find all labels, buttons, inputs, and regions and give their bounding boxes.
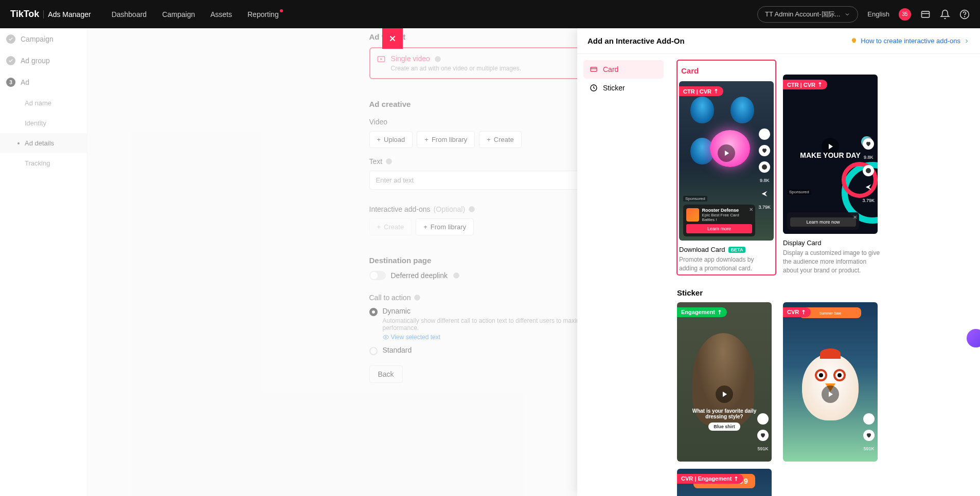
svg-point-17 [762, 164, 767, 170]
svg-marker-20 [723, 392, 727, 397]
svg-marker-16 [725, 150, 729, 156]
chevron-down-icon [844, 11, 850, 17]
play-icon [822, 385, 839, 403]
like-count: 591K [757, 446, 768, 451]
popup-subtitle: Epic Best Free Card Battles ! [702, 213, 752, 222]
heart-icon [863, 138, 874, 150]
popup-cta: Learn more [686, 224, 752, 233]
card-name: Display Card [783, 239, 882, 247]
share-icon [863, 181, 874, 193]
preview-sticker2: Summer Sale CVR↗ 591K [783, 302, 878, 462]
svg-point-2 [965, 16, 965, 16]
card-name: Download Card BETA [679, 246, 774, 253]
heart-icon [759, 145, 770, 156]
svg-marker-21 [829, 392, 833, 397]
lightbulb-icon [850, 38, 858, 45]
nav-links: Dashboard Campaign Assets Reporting [112, 10, 279, 19]
addon-download-card[interactable]: Card CTR | CVR↗ 9.8K [677, 60, 776, 275]
app-thumbnail [686, 208, 699, 222]
addon-sticker-cvr[interactable]: Summer Sale CVR↗ 591K [783, 302, 882, 462]
play-icon [716, 385, 733, 403]
popup-cta: Learn more now [790, 217, 856, 227]
avatar[interactable]: 35 [899, 8, 911, 21]
account-name: TT Admin Account-国际... [765, 10, 840, 19]
metric-badge: CTR | CVR↗ [783, 80, 827, 89]
sticker-grid: Engagement↗ 591K What is your favorite d… [677, 302, 973, 496]
preview-sticker3: 06 : 47 : 59 CVR | Engagement↗ 591K [677, 469, 772, 496]
sticker-icon [590, 84, 598, 92]
close-panel-button[interactable] [382, 28, 403, 49]
account-selector[interactable]: TT Admin Account-国际... [757, 6, 858, 23]
like-count: 9.8K [864, 155, 874, 160]
display-headline: MAKE YOUR DAY [800, 151, 860, 159]
svg-rect-13 [591, 67, 597, 71]
addon-display-card[interactable]: CTR | CVR↗ MAKE YOUR DAY 9.8K 3.79K Spon… [783, 75, 882, 275]
like-count: 591K [863, 446, 874, 451]
tiktok-action-rail: 9.8K 3.79K [758, 128, 771, 210]
heart-icon [757, 430, 769, 441]
popup-title: Rooster Defense [702, 208, 752, 213]
close-icon: ✕ [749, 207, 753, 212]
beta-badge: BETA [728, 247, 746, 253]
svg-point-19 [866, 168, 871, 173]
nav-assets[interactable]: Assets [210, 10, 232, 19]
nav-dashboard[interactable]: Dashboard [112, 10, 147, 19]
addon-panel: Add an Interactive Add-On How to create … [577, 28, 980, 496]
display-popup: ✕ Learn more now [787, 212, 859, 230]
group-title-sticker: Sticker [677, 288, 973, 297]
share-count: 3.79K [862, 198, 875, 203]
share-count: 3.79K [758, 205, 771, 210]
chevron-right-icon [964, 38, 970, 44]
preview-sticker1: Engagement↗ 591K What is your favorite d… [677, 302, 772, 462]
decor-pod [730, 97, 754, 123]
brand-name: TikTok [10, 9, 39, 20]
heart-icon [863, 430, 875, 441]
avatar-icon [759, 128, 770, 140]
tiktok-action-rail: 9.8K 3.79K [862, 138, 875, 203]
brand-logo: TikTok Ads Manager [10, 9, 91, 20]
metric-badge: CTR | CVR↗ [679, 86, 723, 96]
like-count: 9.8K [760, 178, 770, 183]
card-grid: Card CTR | CVR↗ 9.8K [677, 60, 973, 275]
metric-badge: CVR↗ [783, 307, 811, 317]
close-icon [388, 34, 397, 43]
preview-display: CTR | CVR↗ MAKE YOUR DAY 9.8K 3.79K Spon… [783, 75, 878, 234]
card-desc: Promote app downloads by adding a promot… [679, 255, 774, 273]
topbar-right: TT Admin Account-国际... English 35 [757, 6, 970, 23]
pnav-card[interactable]: Card [583, 60, 664, 79]
svg-rect-0 [922, 11, 930, 17]
panel-title: Add an Interactive Add-On [587, 36, 685, 45]
inbox-icon[interactable] [920, 9, 931, 20]
card-icon [590, 65, 598, 74]
sponsored-tag: Sponsored [787, 189, 811, 195]
howto-link[interactable]: How to create interactive add-ons [850, 37, 970, 45]
sticker-question: What is your favorite daily dressing sty… [688, 408, 760, 431]
comment-icon [863, 165, 874, 176]
panel-nav: Card Sticker [577, 54, 670, 496]
group-title-card: Card [679, 65, 774, 76]
panel-body: Card Sticker Card CTR | CVR↗ [577, 54, 980, 496]
panel-header: Add an Interactive Add-On How to create … [577, 28, 980, 54]
bell-icon[interactable] [940, 9, 950, 20]
share-icon [759, 188, 770, 199]
tiktok-action-rail: 591K [863, 413, 875, 451]
decor-pod [690, 97, 714, 123]
sponsored-tag: Sponsored [683, 196, 707, 201]
download-popup: ✕ Rooster Defense Epic Best Free Card Ba… [683, 205, 755, 236]
panel-content[interactable]: Card CTR | CVR↗ 9.8K [670, 54, 980, 496]
language-selector[interactable]: English [867, 10, 889, 18]
play-icon [718, 144, 735, 162]
addon-sticker-countdown[interactable]: 06 : 47 : 59 CVR | Engagement↗ 591K [677, 469, 776, 496]
metric-badge: Engagement↗ [677, 307, 727, 317]
nav-campaign[interactable]: Campaign [162, 10, 195, 19]
card-desc: Display a customized image to give the a… [783, 249, 882, 274]
help-icon[interactable] [959, 9, 970, 20]
close-icon: ✕ [853, 214, 857, 220]
addon-sticker-engagement[interactable]: Engagement↗ 591K What is your favorite d… [677, 302, 776, 462]
top-navigation: TikTok Ads Manager Dashboard Campaign As… [0, 0, 980, 28]
svg-marker-18 [829, 143, 833, 149]
brand-subtitle: Ads Manager [43, 10, 91, 19]
pnav-sticker[interactable]: Sticker [583, 79, 664, 97]
comment-icon [759, 161, 770, 173]
nav-reporting[interactable]: Reporting [247, 10, 279, 19]
